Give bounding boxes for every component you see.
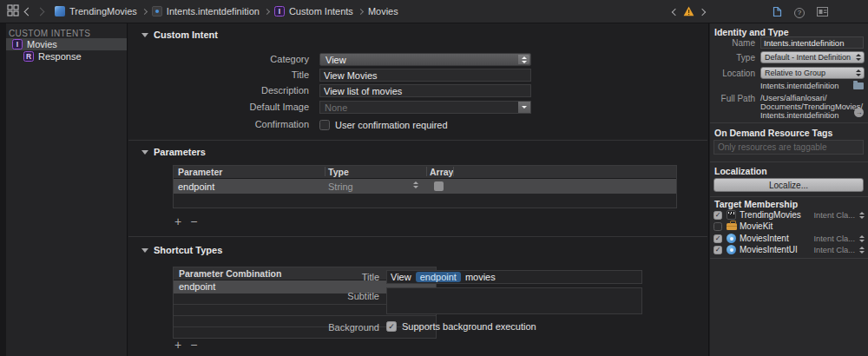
breadcrumb-separator-icon — [264, 8, 270, 14]
shortcut-title-field[interactable]: View endpoint movies — [386, 270, 642, 284]
section-divider — [128, 236, 707, 237]
array-checkbox[interactable] — [434, 181, 444, 191]
folder-icon[interactable] — [853, 82, 864, 89]
target-checkbox[interactable]: ✓ — [713, 211, 722, 220]
go-forward-button[interactable] — [36, 7, 45, 16]
section-shortcut-types[interactable]: Shortcut Types — [141, 245, 222, 255]
target-row-moviesintentui[interactable]: ✓ MoviesIntentUI Intent Cla... — [710, 244, 868, 255]
warning-icon[interactable] — [683, 6, 694, 18]
shortcut-subtitle-field[interactable] — [386, 287, 642, 314]
breadcrumb-item-file[interactable]: Intents.intentdefinition — [152, 6, 260, 16]
remove-parameter-button[interactable]: − — [190, 216, 197, 227]
target-checkbox[interactable]: ✓ — [713, 234, 722, 243]
shortcut-title-label: Title — [259, 270, 379, 284]
title-field[interactable] — [319, 69, 531, 82]
go-back-button[interactable] — [24, 7, 33, 16]
add-combination-button[interactable]: + — [174, 340, 181, 350]
odr-tags-field[interactable] — [713, 140, 864, 155]
user-confirmation-checkbox[interactable] — [319, 120, 330, 130]
odr-section-title: On Demand Resource Tags — [714, 128, 832, 138]
breadcrumb-label: Intents.intentdefinition — [167, 6, 260, 16]
location-popup[interactable]: Relative to Group — [760, 67, 865, 79]
target-row-trendingmovies[interactable]: ✓ TrendingMovies Intent Cla... — [710, 209, 868, 221]
navigator-sidebar: CUSTOM INTENTS I Movies R Response — [0, 23, 128, 356]
breadcrumb-label: Movies — [368, 6, 398, 16]
file-inspector-icon[interactable] — [773, 6, 782, 19]
endpoint-token[interactable]: endpoint — [416, 272, 461, 282]
disclosure-triangle-icon[interactable] — [141, 150, 148, 155]
target-row-moviesintent[interactable]: ✓ MoviesIntent Intent Cla... — [710, 233, 868, 244]
category-value: View — [326, 55, 346, 65]
breadcrumb-item-project[interactable]: TrendingMovies — [55, 6, 137, 16]
type-label: Type — [710, 53, 755, 63]
attributes-inspector-icon[interactable] — [817, 7, 828, 18]
target-name: TrendingMovies — [740, 210, 801, 220]
description-field[interactable] — [319, 84, 531, 97]
next-issue-button[interactable] — [699, 8, 706, 15]
section-custom-intent[interactable]: Custom Intent — [141, 30, 218, 40]
name-field[interactable] — [760, 36, 864, 49]
target-checkbox[interactable]: ✓ — [713, 246, 722, 254]
add-parameter-button[interactable]: + — [174, 216, 181, 227]
full-path-value: /Users/alfianlosari/ Documents/TrendingM… — [760, 94, 854, 120]
localize-button[interactable]: Localize... — [713, 178, 864, 192]
description-label: Description — [128, 84, 309, 97]
editor-pane: Custom Intent Category View Title Descri… — [128, 23, 709, 356]
parameters-table: Parameter Type Array endpoint String — [173, 165, 677, 208]
location-file-name: Intents.intentdefinition — [760, 82, 838, 90]
background-execution-checkbox[interactable]: ✓ — [386, 321, 397, 332]
reveal-arrow-icon[interactable]: → — [854, 108, 864, 117]
related-items-icon[interactable] — [7, 4, 19, 18]
background-checkbox-label: Supports background execution — [402, 321, 536, 332]
extension-icon — [727, 234, 736, 243]
parameter-type-popup[interactable]: String — [328, 181, 353, 192]
target-name: MoviesIntentUI — [740, 245, 798, 254]
default-image-combo[interactable]: None — [319, 101, 531, 114]
target-membership-section-title: Target Membership — [714, 199, 798, 209]
breadcrumb-item-group[interactable]: I Custom Intents — [274, 6, 353, 16]
sidebar-item-movies[interactable]: I Movies — [6, 38, 127, 50]
sidebar-item-label: Response — [38, 51, 82, 62]
category-popup[interactable]: View — [319, 53, 531, 66]
popup-stepper-icon — [518, 55, 529, 64]
app-target-icon — [727, 210, 736, 220]
type-value: Default - Intent Definition — [765, 53, 851, 62]
type-stepper-icon[interactable] — [413, 181, 418, 188]
xcode-window: TrendingMovies Intents.intentdefinition … — [0, 0, 868, 356]
disclosure-triangle-icon[interactable] — [141, 33, 148, 37]
disclosure-triangle-icon[interactable] — [141, 248, 148, 253]
default-image-value: None — [325, 102, 347, 113]
combo-arrow-icon[interactable] — [518, 102, 530, 113]
quick-help-inspector-icon[interactable]: ? — [794, 8, 805, 18]
column-header-type: Type — [328, 167, 349, 177]
section-parameters[interactable]: Parameters — [141, 147, 206, 157]
title-label: Title — [128, 69, 309, 82]
breadcrumb-separator-icon — [141, 8, 148, 14]
target-row-moviekit[interactable]: MovieKit — [710, 221, 868, 232]
location-value: Relative to Group — [765, 69, 825, 77]
previous-issue-button[interactable] — [672, 8, 679, 15]
section-title: Parameters — [154, 147, 206, 157]
remove-combination-button[interactable]: − — [190, 340, 197, 350]
response-badge-icon: R — [23, 51, 34, 62]
title-suffix: movies — [465, 272, 496, 282]
popup-stepper-icon — [853, 68, 863, 78]
role-stepper-icon[interactable] — [859, 235, 865, 242]
shortcut-subtitle-label: Subtitle — [259, 291, 379, 301]
parameter-name: endpoint — [178, 181, 214, 192]
parameters-table-controls: + − — [174, 216, 197, 227]
extension-icon — [727, 245, 736, 254]
section-title: Custom Intent — [154, 30, 218, 40]
column-header-array: Array — [430, 167, 453, 177]
sidebar-edge — [0, 23, 6, 356]
target-checkbox[interactable] — [713, 222, 722, 231]
breadcrumb-item-movies[interactable]: Movies — [368, 6, 398, 16]
role-stepper-icon[interactable] — [859, 212, 865, 219]
default-image-label: Default Image — [128, 101, 309, 114]
full-path-label: Full Path — [710, 94, 755, 103]
type-popup[interactable]: Default - Intent Definition — [760, 51, 865, 63]
intent-definition-file-icon — [152, 6, 162, 16]
parameter-row-endpoint[interactable]: endpoint String — [174, 179, 676, 194]
role-stepper-icon[interactable] — [859, 247, 865, 254]
sidebar-item-response[interactable]: R Response — [6, 50, 127, 63]
